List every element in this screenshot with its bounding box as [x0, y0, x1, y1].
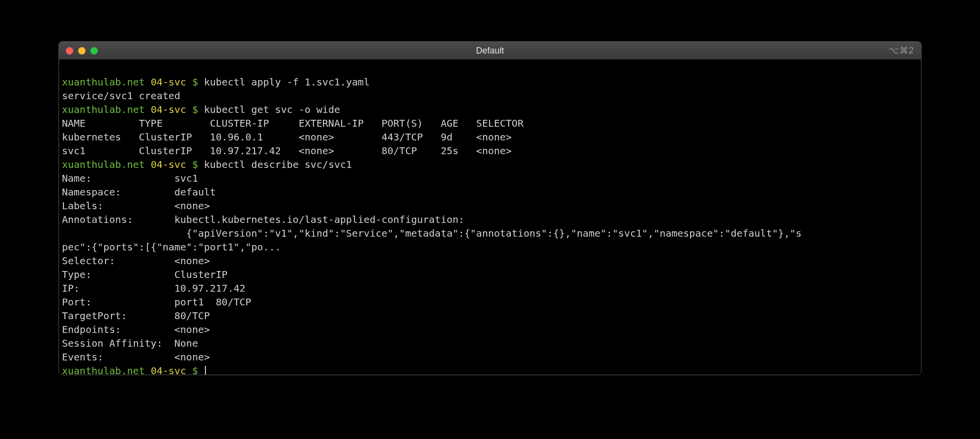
svc-table-row: svc1 ClusterIP 10.97.217.42 <none> 80/TC…	[62, 145, 512, 157]
prompt: xuanthulab.net 04-svc $	[62, 76, 198, 88]
window-title: Default	[476, 46, 504, 56]
command-3: kubectl describe svc/svc1	[204, 159, 352, 170]
describe-endpoints: Endpoints: <none>	[62, 324, 210, 335]
prompt-host: xuanthulab.net	[62, 104, 145, 115]
terminal-window: Default ⌥⌘2 xuanthulab.net 04-svc $ kube…	[58, 41, 922, 375]
traffic-lights	[66, 47, 98, 55]
prompt-symbol: $	[192, 76, 198, 88]
svc-table-header: NAME TYPE CLUSTER-IP EXTERNAL-IP PORT(S)…	[62, 117, 523, 129]
prompt: xuanthulab.net 04-svc $	[62, 365, 198, 375]
prompt: xuanthulab.net 04-svc $	[62, 104, 198, 115]
prompt-symbol: $	[192, 104, 198, 115]
cursor-icon	[205, 366, 206, 375]
prompt-host: xuanthulab.net	[62, 76, 145, 88]
shortcut-indicator: ⌥⌘2	[889, 45, 914, 56]
command-1: kubectl apply -f 1.svc1.yaml	[204, 76, 370, 88]
terminal-body[interactable]: xuanthulab.net 04-svc $ kubectl apply -f…	[59, 59, 921, 375]
prompt-symbol: $	[192, 365, 198, 375]
describe-namespace: Namespace: default	[62, 186, 216, 198]
command-2: kubectl get svc -o wide	[204, 104, 340, 115]
describe-name: Name: svc1	[62, 172, 198, 184]
titlebar[interactable]: Default ⌥⌘2	[59, 42, 921, 59]
describe-session-affinity: Session Affinity: None	[62, 337, 198, 349]
describe-annotations-json: {"apiVersion":"v1","kind":"Service","met…	[62, 227, 802, 239]
close-icon[interactable]	[66, 47, 73, 55]
prompt-dir: 04-svc	[151, 104, 186, 115]
output-apply: service/svc1 created	[62, 90, 180, 102]
describe-port: Port: port1 80/TCP	[62, 296, 251, 308]
prompt: xuanthulab.net 04-svc $	[62, 159, 198, 170]
prompt-dir: 04-svc	[151, 365, 186, 375]
describe-annotations: Annotations: kubectl.kubernetes.io/last-…	[62, 214, 464, 225]
describe-selector: Selector: <none>	[62, 255, 210, 267]
prompt-host: xuanthulab.net	[62, 159, 145, 170]
describe-labels: Labels: <none>	[62, 200, 210, 212]
describe-targetport: TargetPort: 80/TCP	[62, 310, 210, 322]
describe-type: Type: ClusterIP	[62, 269, 228, 280]
describe-annotations-json: pec":{"ports":[{"name":"port1","po...	[62, 241, 281, 253]
prompt-dir: 04-svc	[151, 76, 186, 88]
zoom-icon[interactable]	[90, 47, 98, 55]
prompt-host: xuanthulab.net	[62, 365, 145, 375]
svc-table-row: kubernetes ClusterIP 10.96.0.1 <none> 44…	[62, 131, 512, 143]
minimize-icon[interactable]	[78, 47, 86, 55]
describe-ip: IP: 10.97.217.42	[62, 282, 245, 294]
prompt-symbol: $	[192, 159, 198, 170]
describe-events: Events: <none>	[62, 351, 210, 363]
prompt-dir: 04-svc	[151, 159, 186, 170]
